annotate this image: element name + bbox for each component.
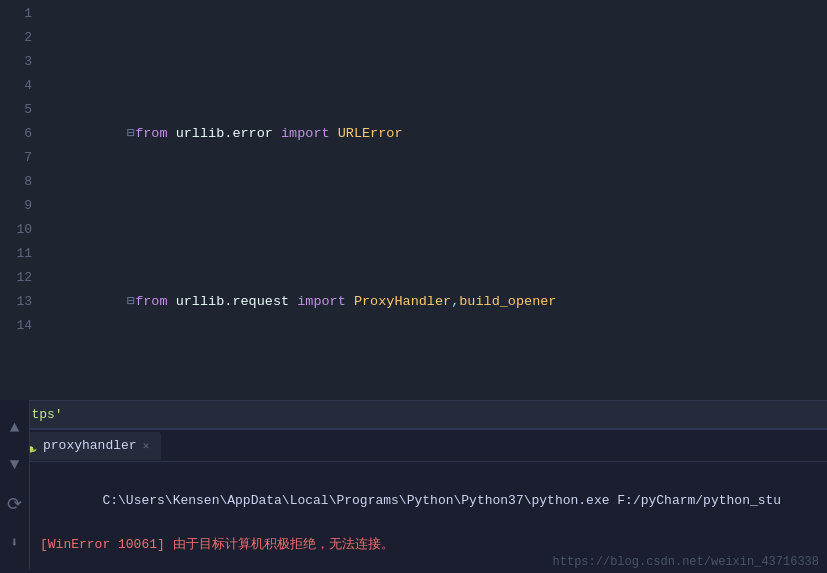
terminal-error-msg: 由于目标计算机积极拒绝，无法连接。 bbox=[165, 537, 394, 552]
ln-1: 1 bbox=[0, 2, 32, 26]
ln-9: 9 bbox=[0, 194, 32, 218]
fold-icon-1[interactable]: ⊟ bbox=[127, 126, 135, 141]
terminal-tab-bar: 🐍 proxyhandler ✕ bbox=[0, 430, 827, 462]
terminal-tab-label: proxyhandler bbox=[43, 438, 137, 453]
ln-5: 5 bbox=[0, 98, 32, 122]
ln-13: 13 bbox=[0, 290, 32, 314]
ln-10: 10 bbox=[0, 218, 32, 242]
watermark: https://blog.csdn.net/weixin_43716338 bbox=[553, 555, 819, 569]
ln-2: 2 bbox=[0, 26, 32, 50]
terminal-tab-close[interactable]: ✕ bbox=[143, 439, 150, 452]
ln-3: 3 bbox=[0, 50, 32, 74]
ln-7: 7 bbox=[0, 146, 32, 170]
ln-12: 12 bbox=[0, 266, 32, 290]
code-lines: ⊟from urllib.error import URLError ⊟from… bbox=[42, 0, 827, 400]
fold-icon-2[interactable]: ⊟ bbox=[127, 294, 135, 309]
code-line-1: ⊟from urllib.error import URLError bbox=[42, 98, 827, 170]
watermark-text: https://blog.csdn.net/weixin_43716338 bbox=[553, 555, 819, 569]
tooltip-bar: 'https' bbox=[0, 400, 827, 428]
ln-11: 11 bbox=[0, 242, 32, 266]
code-line-2: ⊟from urllib.request import ProxyHandler… bbox=[42, 266, 827, 338]
editor-area: 1 2 3 4 5 6 7 8 9 10 11 12 13 14 ⊟from u… bbox=[0, 0, 827, 400]
ln-6: 6 bbox=[0, 122, 32, 146]
terminal-cmd-line: C:\Users\Kensen\AppData\Local\Programs\P… bbox=[40, 468, 819, 534]
terminal-error-line: [WinError 10061] 由于目标计算机积极拒绝，无法连接。 bbox=[40, 534, 819, 556]
nav-stop-button[interactable]: ⬇ bbox=[10, 534, 18, 551]
terminal-tab-proxyhandler[interactable]: 🐍 proxyhandler ✕ bbox=[8, 432, 161, 460]
line-numbers: 1 2 3 4 5 6 7 8 9 10 11 12 13 14 bbox=[0, 0, 42, 400]
ln-8: 8 bbox=[0, 170, 32, 194]
nav-up-button[interactable]: ▲ bbox=[10, 419, 20, 437]
terminal-panel: 🐍 proxyhandler ✕ C:\Users\Kensen\AppData… bbox=[0, 428, 827, 573]
nav-down-button[interactable]: ▼ bbox=[10, 456, 20, 474]
ln-4: 4 bbox=[0, 74, 32, 98]
nav-rerun-button[interactable]: ⟳ bbox=[7, 493, 22, 515]
terminal-nav: ▲ ▼ ⟳ ⬇ bbox=[0, 400, 30, 570]
ln-14: 14 bbox=[0, 314, 32, 338]
terminal-error-bracket: [WinError 10061] bbox=[40, 537, 165, 552]
terminal-cmd-text: C:\Users\Kensen\AppData\Local\Programs\P… bbox=[102, 493, 781, 508]
